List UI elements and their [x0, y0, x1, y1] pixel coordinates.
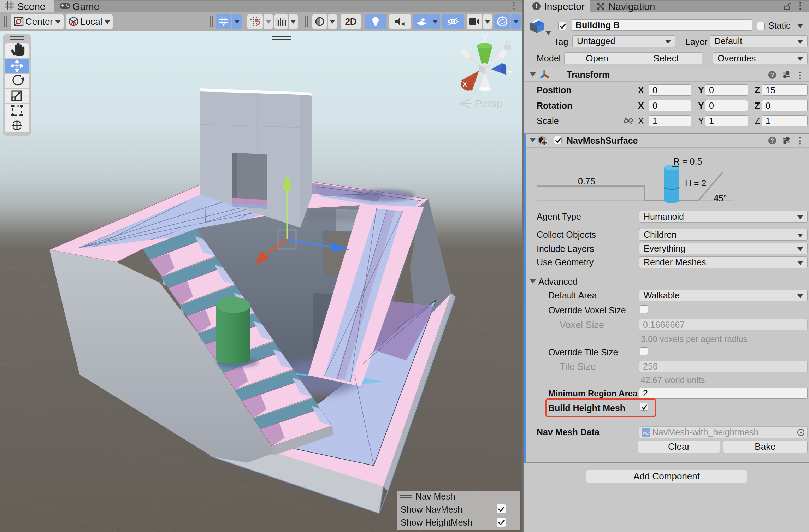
svg-text:?: ?	[770, 138, 774, 144]
svg-text:x: x	[462, 78, 467, 89]
svg-text:Nav Mesh: Nav Mesh	[415, 491, 455, 501]
svg-text:?: ?	[770, 72, 774, 78]
svg-text:R = 0.5: R = 0.5	[673, 156, 702, 166]
svg-text:H = 2: H = 2	[685, 178, 706, 188]
svg-text:Show NavMesh: Show NavMesh	[401, 504, 462, 514]
svg-text:45°: 45°	[714, 193, 727, 203]
svg-text:0.75: 0.75	[578, 176, 595, 186]
svg-text:Y: Y	[222, 22, 225, 27]
svg-text:z: z	[508, 68, 513, 78]
svg-text:Persp: Persp	[475, 97, 502, 109]
svg-text:y: y	[482, 31, 487, 42]
svg-text:Show HeightMesh: Show HeightMesh	[401, 518, 472, 527]
